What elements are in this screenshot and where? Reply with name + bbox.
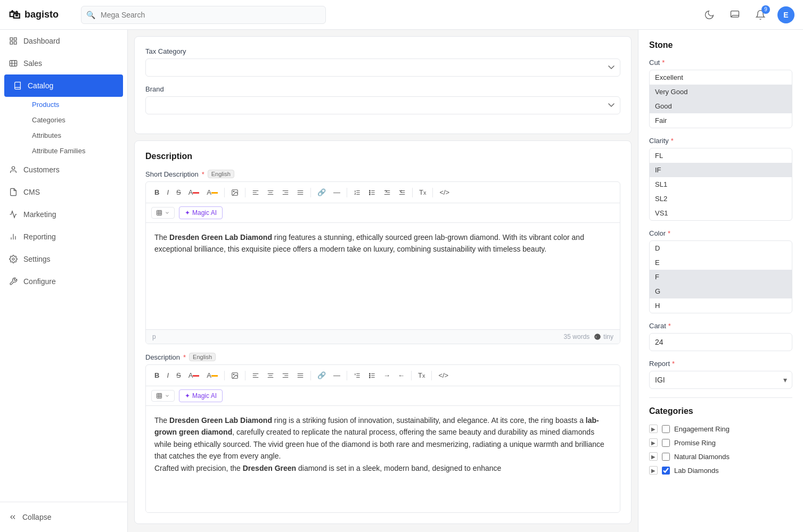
sidebar-item-sales[interactable]: Sales xyxy=(0,52,127,74)
desc-highlight-button[interactable]: A xyxy=(203,369,221,381)
logo[interactable]: 🛍 bagisto xyxy=(9,8,72,22)
desc-align-left[interactable] xyxy=(249,370,263,381)
category-label-engagement-ring: Engagement Ring xyxy=(674,425,730,433)
table-button[interactable] xyxy=(151,207,175,219)
sidebar-item-dashboard[interactable]: Dashboard xyxy=(0,30,127,52)
desc-indent[interactable]: → xyxy=(380,369,394,381)
indent-button[interactable] xyxy=(380,187,394,198)
color-option-h[interactable]: H xyxy=(650,298,792,313)
desc-align-center[interactable] xyxy=(264,370,277,381)
sidebar-item-reporting[interactable]: Reporting xyxy=(0,226,127,248)
clarity-option-sl2[interactable]: SL2 xyxy=(650,192,792,206)
desc-editor-area[interactable]: The Dresden Green Lab Diamond ring is a … xyxy=(146,406,620,512)
outdent-button[interactable] xyxy=(395,187,409,198)
image-button[interactable] xyxy=(228,187,242,198)
category-checkbox-lab-diamonds[interactable] xyxy=(662,467,670,475)
magic-ai-button-desc[interactable]: ✦ Magic AI xyxy=(179,389,223,402)
italic-button[interactable]: I xyxy=(163,186,172,198)
color-label: Color * xyxy=(649,229,792,237)
short-desc-tag: p xyxy=(152,333,156,340)
desc-italic-button[interactable]: I xyxy=(163,369,172,381)
color-option-d[interactable]: D xyxy=(650,241,792,255)
hr-button[interactable]: — xyxy=(330,186,343,198)
desc-font-color-button[interactable]: A xyxy=(185,369,203,381)
desc-table-button[interactable] xyxy=(151,390,175,402)
color-option-f[interactable]: F xyxy=(650,270,792,284)
category-expand-icon[interactable]: ▶ xyxy=(649,425,658,433)
desc-bold-button[interactable]: B xyxy=(151,369,162,381)
align-left-button[interactable] xyxy=(249,187,263,198)
desc-image-button[interactable] xyxy=(228,370,242,381)
magic-ai-button-short[interactable]: ✦ Magic AI xyxy=(179,206,223,219)
category-checkbox-engagement-ring[interactable] xyxy=(662,425,670,433)
notifications-icon[interactable]: 9 xyxy=(752,6,769,23)
right-panel: Stone Cut * Excellent Very Good Good Fai… xyxy=(638,30,803,532)
bold-button[interactable]: B xyxy=(151,186,162,198)
source-button[interactable]: </> xyxy=(436,186,453,198)
sidebar-item-customers[interactable]: Customers xyxy=(0,159,127,181)
search-input[interactable] xyxy=(81,6,326,24)
link-button[interactable]: 🔗 xyxy=(314,186,329,198)
subscript-button[interactable]: Tx xyxy=(416,186,429,198)
unordered-list-button[interactable] xyxy=(365,187,379,198)
align-center-button[interactable] xyxy=(264,187,277,198)
short-desc-editor-area[interactable]: The Dresden Green Lab Diamond ring featu… xyxy=(146,223,620,329)
sidebar-item-configure[interactable]: Configure xyxy=(0,270,127,293)
align-right-button[interactable] xyxy=(278,187,292,198)
clarity-option-fl[interactable]: FL xyxy=(650,148,792,163)
justify-button[interactable] xyxy=(293,187,307,198)
sidebar-item-catalog[interactable]: Catalog xyxy=(4,74,123,97)
desc-link-button[interactable]: 🔗 xyxy=(314,369,329,381)
search-bar: 🔍 xyxy=(81,6,326,24)
sidebar-item-settings[interactable]: Settings xyxy=(0,248,127,270)
cut-option-good[interactable]: Good xyxy=(650,99,792,113)
report-select[interactable]: IGI GIA AGS xyxy=(649,371,792,389)
category-item-promise-ring: ▶ Promise Ring xyxy=(649,438,792,447)
clarity-listbox[interactable]: FL IF SL1 SL2 VS1 xyxy=(649,148,792,221)
desc-strikethrough-button[interactable]: S xyxy=(173,369,184,381)
category-expand-icon-3[interactable]: ▶ xyxy=(649,452,658,461)
user-avatar[interactable]: E xyxy=(777,6,794,23)
svg-point-6 xyxy=(12,167,14,169)
desc-align-right[interactable] xyxy=(278,370,292,381)
color-option-g[interactable]: G xyxy=(650,284,792,298)
sidebar-item-attributes[interactable]: Attributes xyxy=(23,128,127,143)
cut-listbox[interactable]: Excellent Very Good Good Fair xyxy=(649,70,792,128)
desc-source-button[interactable]: </> xyxy=(435,369,452,381)
tax-category-select[interactable] xyxy=(145,59,620,77)
collapse-button[interactable]: Collapse xyxy=(0,506,127,528)
ordered-list-button[interactable] xyxy=(350,187,364,198)
color-listbox[interactable]: D E F G H xyxy=(649,240,792,313)
desc-outdent[interactable]: ← xyxy=(395,369,408,381)
sidebar-item-attribute-families[interactable]: Attribute Families xyxy=(23,143,127,159)
clarity-option-vs1[interactable]: VS1 xyxy=(650,206,792,220)
sidebar-item-cms[interactable]: CMS xyxy=(0,181,127,203)
cut-option-excellent[interactable]: Excellent xyxy=(650,70,792,85)
cut-option-fair[interactable]: Fair xyxy=(650,113,792,128)
desc-ordered-list[interactable] xyxy=(350,370,364,381)
category-checkbox-promise-ring[interactable] xyxy=(662,439,670,447)
sidebar-item-categories[interactable]: Categories xyxy=(23,112,127,128)
sidebar-item-products[interactable]: Products xyxy=(23,97,127,112)
brand-select[interactable] xyxy=(145,96,620,114)
desc-justify[interactable] xyxy=(293,370,307,381)
desc-hr-button[interactable]: — xyxy=(330,369,343,381)
clarity-option-sl1[interactable]: SL1 xyxy=(650,177,792,192)
desc-unordered-list[interactable] xyxy=(365,370,379,381)
cut-option-very-good[interactable]: Very Good xyxy=(650,85,792,99)
strikethrough-button[interactable]: S xyxy=(173,186,184,198)
desc-subscript[interactable]: Tx xyxy=(415,369,428,381)
category-expand-icon-2[interactable]: ▶ xyxy=(649,438,658,447)
theme-toggle-button[interactable] xyxy=(701,6,718,23)
desc-lang-badge: English xyxy=(189,353,216,361)
font-color-button[interactable]: A xyxy=(185,186,203,198)
highlight-button[interactable]: A xyxy=(203,186,221,198)
category-checkbox-natural-diamonds[interactable] xyxy=(662,453,670,461)
category-expand-icon-4[interactable]: ▶ xyxy=(649,466,658,475)
messages-icon[interactable] xyxy=(726,6,743,23)
sidebar-item-marketing[interactable]: Marketing xyxy=(0,203,127,226)
reporting-label: Reporting xyxy=(23,232,56,241)
carat-input[interactable] xyxy=(649,333,792,351)
color-option-e[interactable]: E xyxy=(650,255,792,270)
clarity-option-if[interactable]: IF xyxy=(650,163,792,177)
